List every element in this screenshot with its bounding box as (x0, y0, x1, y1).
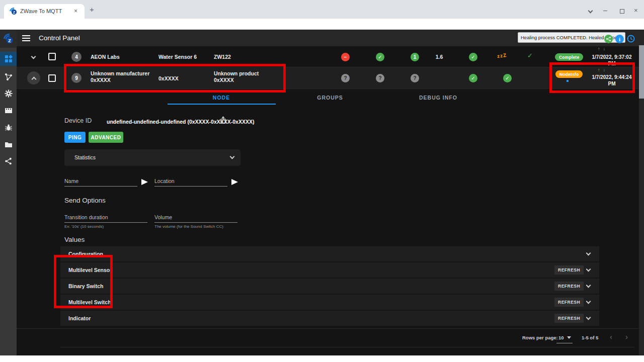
cell-last-active-date: 1/7/2022, 9:37:02 (584, 54, 640, 60)
cell-product: ZW122 (214, 54, 231, 60)
collapse-row-button[interactable] (27, 71, 40, 84)
chevron-down-icon[interactable] (586, 267, 591, 272)
row-checkbox[interactable] (48, 74, 56, 82)
row-checkbox[interactable] (48, 53, 56, 60)
sidebar-item-share[interactable] (4, 157, 13, 165)
cell-product-code: Water Sensor 6 (158, 54, 197, 60)
value-group-indicator[interactable]: Indicator REFRESH (60, 311, 599, 326)
select-dropdown-arrow-icon[interactable] (567, 336, 571, 339)
refresh-button[interactable]: REFRESH (554, 265, 584, 275)
sidebar-item-control-panel[interactable] (4, 54, 13, 63)
tab-debug-info[interactable]: DEBUG INFO (411, 95, 466, 101)
refresh-button[interactable]: REFRESH (554, 314, 584, 323)
name-input[interactable] (64, 177, 137, 187)
sidebar-item-debug[interactable] (4, 123, 13, 132)
node-id-badge: 4 (71, 52, 82, 62)
cell-manufacturer: AEON Labs (91, 54, 120, 60)
movie-icon (5, 107, 13, 115)
info-icon[interactable]: i (615, 35, 624, 43)
tab-close-icon[interactable]: × (74, 8, 77, 15)
tab-search-chevron-icon[interactable] (588, 9, 593, 14)
send-name-icon[interactable] (141, 179, 148, 185)
page-title: Control Panel (39, 34, 80, 42)
send-options-heading: Send Options (64, 197, 106, 204)
sidebar-item-network-graph[interactable] (4, 72, 13, 81)
chevron-down-icon[interactable] (586, 315, 591, 320)
send-location-icon[interactable] (231, 179, 238, 185)
page-scrollbar-thumb[interactable] (639, 45, 644, 99)
refresh-button[interactable]: REFRESH (554, 282, 584, 291)
awake-check-icon: ✓ (503, 74, 512, 82)
transition-duration-input[interactable] (64, 213, 147, 223)
chevron-down-icon[interactable] (586, 299, 591, 304)
rows-per-page-select[interactable]: 10 (558, 335, 564, 340)
folder-icon (5, 141, 13, 149)
next-page-icon[interactable]: › (625, 332, 628, 341)
browser-tab-strip: Z ZWave To MQTT × + – × (0, 0, 644, 19)
rows-per-page-label: Rows per page: (522, 335, 558, 340)
beaming-unknown-icon: ? (376, 74, 384, 82)
browser-toolbar: ← → ↻ ⚠ Not secure 192.168.0.150:8091/co… (0, 19, 644, 30)
zwave-plus-icon: 1 (411, 53, 419, 61)
fail-ok-check-icon: ✓ (469, 53, 477, 61)
status-badge-complete: Complete (555, 53, 583, 61)
ping-button[interactable]: PING (64, 132, 86, 143)
statistics-panel[interactable]: Statistics (64, 149, 240, 166)
statistics-label: Statistics (74, 154, 96, 160)
value-group-multilevel-switch[interactable]: Multilevel Switch REFRESH (60, 295, 599, 310)
heal-network-icon[interactable] (604, 35, 613, 43)
select-underline (556, 343, 573, 343)
share-nodes-icon (5, 157, 12, 165)
previous-page-icon[interactable]: ‹ (610, 332, 612, 341)
browser-tab[interactable]: Z ZWave To MQTT × (4, 4, 85, 19)
svg-text:Z: Z (8, 38, 11, 43)
bug-icon (5, 124, 13, 132)
advanced-button[interactable]: ADVANCED (89, 132, 123, 143)
mesh-graph-icon (5, 73, 13, 81)
chevron-down-icon[interactable] (586, 251, 591, 256)
sidebar-item-scenes[interactable] (4, 106, 13, 115)
refresh-button[interactable]: REFRESH (554, 298, 584, 307)
chevron-down-icon[interactable] (586, 283, 591, 288)
transition-duration-hint: Ex: '10s' (10 seconds) (64, 224, 104, 229)
pagination-range: 1-5 of 5 (582, 335, 598, 340)
tab-title: ZWave To MQTT (20, 8, 70, 14)
device-id-label: Device ID (64, 117, 92, 124)
export-share-icon[interactable] (220, 116, 226, 124)
zwave-favicon-icon: Z (9, 7, 17, 15)
cell-firmware: 1.6 (433, 54, 446, 60)
sidebar-item-store[interactable] (4, 140, 13, 149)
active-tab-underline (168, 104, 276, 105)
fail-ok-check-icon: ✓ (469, 74, 477, 82)
sidebar-item-settings[interactable] (4, 89, 13, 98)
value-group-multilevel-sensor[interactable]: Multilevel Sensor REFRESH (60, 262, 599, 278)
gear-icon (5, 89, 13, 98)
window-minimize-button[interactable]: – (603, 6, 607, 14)
history-icon[interactable] (626, 34, 635, 43)
values-heading: Values (64, 236, 85, 243)
interview-done-check-icon: ✓ (527, 52, 533, 59)
volume-input[interactable] (154, 213, 237, 223)
new-tab-button[interactable]: + (90, 5, 94, 14)
app-logo: Z (0, 30, 17, 48)
tab-node[interactable]: NODE (194, 95, 249, 101)
value-group-binary-switch[interactable]: Binary Switch REFRESH (60, 279, 599, 294)
beaming-check-icon: ✓ (376, 53, 384, 61)
widgets-icon (5, 55, 13, 63)
value-group-configuration[interactable]: Configuration (60, 246, 599, 261)
secure-unknown-icon: ? (341, 74, 350, 82)
secure-minus-icon: − (341, 53, 350, 61)
tab-groups[interactable]: GROUPS (302, 95, 358, 101)
chevron-down-icon[interactable] (230, 154, 235, 159)
window-restore-button[interactable] (620, 9, 624, 14)
screen: Z ZWave To MQTT × + – × ← → ↻ ⚠ Not secu… (0, 0, 644, 362)
annotation-rectangle-value-groups (54, 255, 113, 308)
zwave-plus-unknown-icon: ? (411, 74, 419, 82)
annotation-rectangle-row9 (64, 64, 286, 93)
window-close-button[interactable]: × (634, 7, 638, 14)
annotation-rectangle-nodeinfo-date (549, 62, 635, 93)
hamburger-menu-icon[interactable] (22, 35, 30, 41)
location-input[interactable] (154, 177, 227, 187)
card-bottom-edge (60, 347, 635, 347)
volume-hint: The volume (for the Sound Switch CC) (154, 224, 223, 229)
